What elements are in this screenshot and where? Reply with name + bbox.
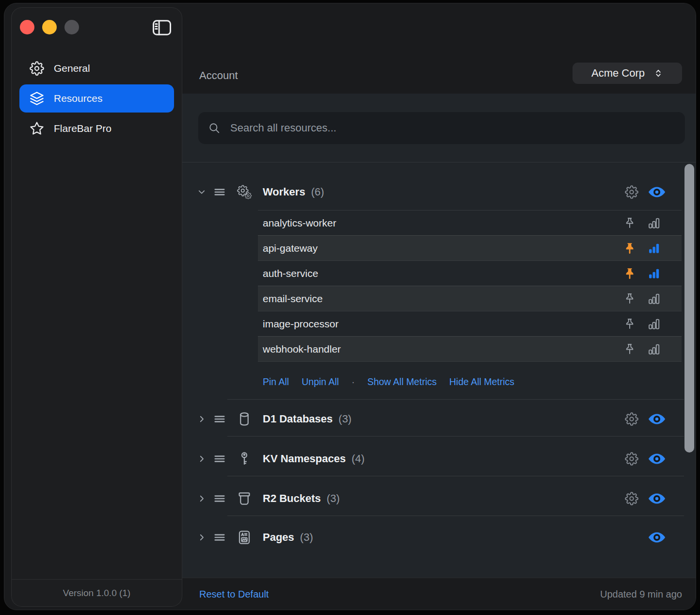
section-workers: Workers(6): [182, 177, 696, 207]
collapse-chevron-icon[interactable]: [197, 188, 206, 196]
gear-icon: [625, 412, 638, 426]
sidebar-item-label: FlareBar Pro: [54, 123, 111, 134]
bar-chart-icon: [647, 292, 661, 305]
section-settings-button[interactable]: [625, 185, 638, 199]
worker-name: auth-service: [263, 268, 318, 279]
pin-button[interactable]: [623, 217, 636, 229]
pin-button[interactable]: [623, 343, 636, 356]
pin-button[interactable]: [623, 267, 636, 280]
drag-handle-icon[interactable]: [213, 492, 226, 505]
section-settings-button[interactable]: [625, 492, 638, 505]
pin-button[interactable]: [623, 242, 636, 255]
bucket-icon: [237, 491, 252, 506]
minimize-button[interactable]: [42, 20, 57, 34]
resources-content: Workers(6) analytics-worker api-gateway: [182, 94, 696, 578]
main-panel: Account Acme Corp: [182, 3, 696, 610]
pin-icon: [623, 242, 636, 255]
drag-handle-icon[interactable]: [213, 531, 226, 544]
worker-row[interactable]: auth-service: [258, 260, 682, 286]
pin-button[interactable]: [623, 292, 636, 305]
section-count: (3): [338, 413, 351, 425]
search-field[interactable]: [198, 112, 685, 144]
section-visibility-button[interactable]: [647, 492, 667, 505]
bar-chart-icon: [647, 242, 661, 255]
pin-button[interactable]: [623, 318, 636, 330]
account-select[interactable]: Acme Corp: [573, 63, 682, 84]
section-visibility-button[interactable]: [647, 185, 667, 199]
sidebar-item-label: Resources: [54, 93, 102, 104]
drag-handle-icon[interactable]: [213, 413, 226, 425]
sidebar-toggle-icon: [152, 19, 172, 36]
account-label: Account: [199, 69, 238, 82]
section-divider: [227, 399, 684, 400]
pages-icon: [237, 530, 252, 545]
section-kv-namespaces: KV Namespaces(4): [182, 444, 696, 474]
workers-actions: Pin All Unpin All · Show All Metrics Hid…: [263, 371, 514, 392]
workers-icon: [237, 184, 252, 200]
star-icon: [30, 121, 44, 136]
section-title: KV Namespaces(4): [263, 453, 365, 465]
drag-handle-icon[interactable]: [213, 453, 226, 465]
section-settings-button[interactable]: [625, 452, 638, 466]
eye-icon: [647, 531, 667, 544]
section-divider: [227, 516, 684, 516]
section-settings-button[interactable]: [625, 412, 638, 426]
section-visibility-button[interactable]: [647, 531, 667, 544]
section-title: R2 Buckets(3): [263, 492, 340, 505]
expand-chevron-icon[interactable]: [197, 415, 206, 423]
metrics-button[interactable]: [647, 217, 661, 229]
sidebar-toggle-button[interactable]: [152, 19, 172, 36]
worker-name: email-service: [263, 293, 323, 305]
expand-chevron-icon[interactable]: [197, 494, 206, 503]
footer-bar: Reset to Default Updated 9 min ago: [182, 578, 696, 610]
section-title: Pages(3): [263, 531, 313, 544]
reset-to-default-link[interactable]: Reset to Default: [199, 588, 269, 599]
scrollbar-thumb[interactable]: [684, 164, 694, 453]
gear-icon: [30, 61, 44, 76]
account-header: Account Acme Corp: [182, 3, 696, 94]
section-divider: [227, 476, 684, 476]
sidebar-item-label: General: [54, 63, 90, 74]
metrics-button[interactable]: [647, 343, 661, 356]
pin-icon: [623, 318, 636, 330]
search-input[interactable]: [229, 121, 675, 135]
eye-icon: [647, 452, 667, 466]
section-divider: [227, 436, 684, 437]
metrics-button[interactable]: [647, 318, 661, 330]
updated-status: Updated 9 min ago: [600, 588, 682, 599]
chevron-updown-icon: [653, 68, 663, 78]
section-pages: Pages(3): [182, 522, 696, 552]
close-button[interactable]: [20, 20, 34, 34]
worker-row[interactable]: email-service: [258, 286, 682, 311]
hide-all-metrics-link[interactable]: Hide All Metrics: [449, 376, 514, 388]
section-visibility-button[interactable]: [647, 452, 667, 466]
sidebar-item-general[interactable]: General: [19, 54, 174, 82]
worker-row[interactable]: api-gateway: [258, 235, 682, 260]
section-title: D1 Databases(3): [263, 413, 351, 425]
metrics-button[interactable]: [647, 242, 661, 255]
sidebar-item-resources[interactable]: Resources: [19, 84, 174, 113]
layers-icon: [30, 91, 44, 106]
gear-icon: [625, 452, 638, 466]
pin-all-link[interactable]: Pin All: [263, 376, 289, 388]
zoom-button[interactable]: [64, 20, 79, 34]
sidebar-item-flarebar-pro[interactable]: FlareBar Pro: [19, 114, 174, 143]
expand-chevron-icon[interactable]: [197, 454, 206, 463]
sidebar: General Resources FlareBar Pro Version 1…: [11, 7, 182, 607]
expand-chevron-icon[interactable]: [197, 533, 206, 542]
pin-icon: [623, 292, 636, 305]
metrics-button[interactable]: [647, 292, 661, 305]
version-footer: Version 1.0.0 (1): [12, 579, 182, 607]
unpin-all-link[interactable]: Unpin All: [302, 376, 339, 388]
workers-list: analytics-worker api-gateway auth-servic…: [258, 210, 682, 362]
show-all-metrics-link[interactable]: Show All Metrics: [367, 376, 437, 388]
section-count: (4): [351, 453, 365, 465]
pin-icon: [623, 217, 636, 229]
metrics-button[interactable]: [647, 267, 661, 280]
section-visibility-button[interactable]: [647, 412, 667, 426]
worker-row[interactable]: analytics-worker: [258, 210, 682, 235]
content-divider: [182, 162, 696, 162]
drag-handle-icon[interactable]: [213, 186, 226, 198]
worker-row[interactable]: image-processor: [258, 311, 682, 336]
worker-row[interactable]: webhook-handler: [258, 336, 682, 361]
